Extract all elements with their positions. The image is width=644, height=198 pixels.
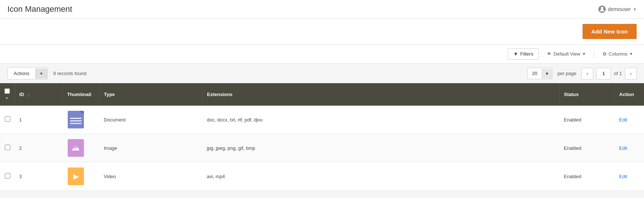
of-label: of 1 [614, 71, 622, 76]
row-action: Edit [615, 134, 644, 162]
next-page-button[interactable]: › [625, 68, 637, 79]
thumbnail-container [67, 111, 85, 128]
columns-chevron-icon: ▼ [629, 52, 633, 56]
edit-link[interactable]: Edit [619, 145, 627, 151]
data-table: ▼ ID ↓ Thumbnail Type Extensions Status [0, 83, 644, 191]
row-id: 3 [15, 162, 63, 191]
page-title: Icon Management [7, 4, 72, 14]
row-id: 2 [15, 134, 63, 162]
row-thumbnail: ⛰ [63, 134, 99, 162]
total-pages: 1 [619, 71, 622, 76]
th-status-label: Status [564, 92, 579, 97]
thumbnail-container: ▶ [67, 167, 85, 185]
row-checkbox[interactable] [5, 116, 10, 122]
records-count: 9 [53, 71, 56, 76]
table-row: 2 ⛰ Imagejpg, jpeg, png, gif, bmpEnabled… [0, 134, 644, 162]
view-chevron-icon: ▼ [582, 52, 586, 56]
filters-button[interactable]: ▼ Filters [508, 48, 539, 60]
actions-right: 20 ▼ per page ‹ of 1 › [527, 68, 637, 79]
th-thumbnail: Thumbnail [63, 83, 99, 106]
row-type: Document [99, 106, 202, 134]
row-type: Video [99, 162, 202, 191]
video-icon: ▶ [68, 167, 84, 185]
row-checkbox-cell [0, 162, 15, 191]
row-checkbox[interactable] [5, 173, 10, 178]
row-thumbnail: ▶ [63, 162, 99, 191]
play-icon: ▶ [73, 172, 79, 181]
actions-label: Actions [8, 68, 35, 79]
svg-point-0 [601, 7, 603, 10]
row-thumbnail [63, 106, 99, 134]
select-all-checkbox[interactable] [4, 88, 10, 94]
filters-label: Filters [520, 51, 533, 57]
row-id: 1 [15, 106, 63, 134]
table-row: 3 ▶ Videoavi, mp4EnabledEdit [0, 162, 644, 191]
columns-button[interactable]: ⚙ Columns ▼ [599, 49, 637, 59]
user-info[interactable]: demouser ▼ [598, 6, 637, 13]
th-action: Action [615, 83, 644, 106]
columns-label: Columns [609, 51, 627, 57]
row-checkbox-cell [0, 134, 15, 162]
row-checkbox-cell [0, 106, 15, 134]
table-row: 1 Documentdoc, docx, txt, rtf, pdf, djvu… [0, 106, 644, 134]
thumbnail-container: ⛰ [67, 139, 85, 157]
row-extensions: doc, docx, txt, rtf, pdf, djvu [202, 106, 559, 134]
per-page-select[interactable]: 20 ▼ [527, 68, 552, 79]
row-status: Enabled [559, 134, 615, 162]
edit-link[interactable]: Edit [619, 117, 627, 123]
page-wrapper: Icon Management demouser ▼ Add New Icon … [0, 0, 644, 198]
username-label: demouser [608, 6, 631, 12]
actions-chevron-icon[interactable]: ▼ [35, 68, 47, 79]
top-header: Icon Management demouser ▼ [0, 0, 644, 19]
th-extensions-label: Extensions [207, 92, 233, 97]
actions-left: Actions ▼ 9 records found [7, 67, 86, 79]
th-thumbnail-label: Thumbnail [67, 92, 92, 97]
document-icon [68, 111, 84, 128]
th-action-label: Action [619, 92, 634, 97]
per-page-value: 20 [528, 68, 542, 79]
page-number-input[interactable] [596, 68, 611, 79]
records-found-label: records found [57, 71, 86, 76]
per-page-label: per page [555, 71, 578, 76]
mountain-icon: ⛰ [72, 143, 80, 153]
prev-page-button[interactable]: ‹ [581, 68, 593, 79]
actions-dropdown[interactable]: Actions ▼ [7, 67, 47, 79]
row-status: Enabled [559, 106, 615, 134]
filter-bar: ▼ Filters 👁 Default View ▼ ⚙ Columns ▼ [0, 45, 644, 64]
th-id-label: ID [20, 92, 24, 97]
default-view-button[interactable]: 👁 Default View ▼ [543, 49, 590, 59]
edit-link[interactable]: Edit [619, 174, 627, 179]
user-chevron-icon: ▼ [633, 7, 637, 11]
row-status: Enabled [559, 162, 615, 191]
add-new-icon-button[interactable]: Add New Icon [583, 24, 637, 39]
th-chevron-icon: ▼ [5, 96, 8, 100]
row-extensions: avi, mp4 [202, 162, 559, 191]
separator [594, 50, 594, 58]
filter-icon: ▼ [513, 51, 518, 57]
row-extensions: jpg, jpeg, png, gif, bmp [202, 134, 559, 162]
actions-bar: Actions ▼ 9 records found 20 ▼ per page … [0, 64, 644, 83]
sort-down-icon: ↓ [28, 92, 30, 97]
records-found: 9 records found [53, 71, 86, 76]
row-action: Edit [615, 106, 644, 134]
th-type-label: Type [104, 92, 115, 97]
row-type: Image [99, 134, 202, 162]
default-view-label: Default View [553, 51, 580, 57]
image-icon: ⛰ [68, 139, 84, 157]
th-checkbox[interactable]: ▼ [0, 83, 15, 106]
gear-icon: ⚙ [602, 51, 607, 57]
th-id[interactable]: ID ↓ [15, 83, 63, 106]
toolbar: Add New Icon [0, 19, 644, 45]
per-page-chevron-icon[interactable]: ▼ [542, 69, 552, 78]
th-extensions[interactable]: Extensions [202, 83, 559, 106]
row-action: Edit [615, 162, 644, 191]
row-checkbox[interactable] [5, 145, 10, 150]
th-status[interactable]: Status [559, 83, 615, 106]
eye-icon: 👁 [547, 51, 552, 57]
th-type[interactable]: Type [99, 83, 202, 106]
table-header-row: ▼ ID ↓ Thumbnail Type Extensions Status [0, 83, 644, 106]
user-avatar-icon [598, 6, 606, 13]
